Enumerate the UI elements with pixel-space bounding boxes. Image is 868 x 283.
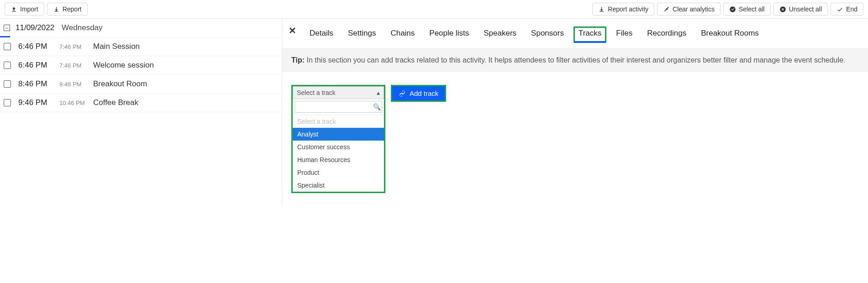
report-button[interactable]: Report (47, 3, 88, 16)
report-activity-label: Report activity (608, 5, 648, 13)
session-checkbox[interactable] (4, 99, 11, 106)
session-checkbox[interactable] (4, 43, 11, 50)
report-activity-button[interactable]: Report activity (592, 3, 654, 16)
toolbar-left: Import Report (5, 3, 88, 16)
add-track-button[interactable]: Add track (392, 86, 445, 100)
x-circle-icon (779, 6, 786, 13)
track-select-head[interactable]: Select a track ▴ (293, 86, 384, 99)
session-end: 7:46 PM (59, 43, 86, 50)
session-row[interactable]: 6:46 PM7:46 PMMain Session (0, 37, 282, 56)
track-option[interactable]: Human Resources (293, 153, 384, 166)
tab-people-lists[interactable]: People lists (429, 29, 469, 40)
tab-breakout-rooms[interactable]: Breakout Rooms (701, 29, 759, 40)
unselect-all-label: Unselect all (789, 5, 822, 13)
top-toolbar: Import Report Report activity Clear anal… (0, 0, 868, 18)
link-icon (399, 90, 406, 97)
schedule-pane: – 11/09/2022 Wednesday 6:46 PM7:46 PMMai… (0, 19, 282, 206)
schedule-date-row: – 11/09/2022 Wednesday (0, 19, 282, 37)
close-icon[interactable]: ✕ (289, 25, 296, 36)
toolbar-right: Report activity Clear analytics Select a… (592, 3, 863, 16)
tab-sponsors[interactable]: Sponsors (531, 29, 564, 40)
tip-bar: Tip: In this section you can add tracks … (282, 48, 868, 72)
session-title: Coffee Break (93, 98, 138, 107)
tab-bar: DetailsSettingsChainsPeople listsSpeaker… (282, 19, 868, 48)
collapse-toggle[interactable]: – (4, 25, 10, 31)
import-button[interactable]: Import (5, 3, 44, 16)
session-start: 9:46 PM (18, 98, 52, 107)
tab-settings[interactable]: Settings (348, 29, 376, 40)
tab-chains[interactable]: Chains (390, 29, 415, 40)
session-row[interactable]: 6:46 PM7:46 PMWelcome session (0, 56, 282, 75)
check-circle-icon (729, 6, 736, 13)
upload-icon (11, 6, 17, 13)
track-area: Select a track ▴ 🔍 Select a track Analys… (282, 72, 868, 206)
end-label: End (846, 5, 857, 13)
session-title: Welcome session (93, 61, 154, 70)
track-search-input[interactable] (295, 101, 382, 113)
tab-files[interactable]: Files (616, 29, 632, 40)
tip-label: Tip: (291, 56, 305, 64)
session-checkbox[interactable] (4, 62, 11, 69)
tab-tracks[interactable]: Tracks (573, 26, 606, 43)
tab-recordings[interactable]: Recordings (647, 29, 686, 40)
track-option[interactable]: Analyst (293, 128, 384, 141)
track-select[interactable]: Select a track ▴ 🔍 Select a track Analys… (291, 85, 385, 193)
tab-speakers[interactable]: Speakers (484, 29, 516, 40)
report-label: Report (63, 5, 82, 13)
tab-details[interactable]: Details (310, 29, 333, 40)
schedule-date: 11/09/2022 (16, 23, 54, 32)
main-split: – 11/09/2022 Wednesday 6:46 PM7:46 PMMai… (0, 18, 868, 206)
track-option-list: AnalystCustomer successHuman ResourcesPr… (293, 128, 384, 192)
check-icon (836, 6, 843, 13)
detail-panel: ✕ DetailsSettingsChainsPeople listsSpeak… (282, 19, 868, 206)
session-checkbox[interactable] (4, 80, 11, 88)
session-start: 6:46 PM (18, 61, 52, 70)
track-option[interactable]: Specialist (293, 179, 384, 192)
session-end: 9:46 PM (59, 81, 86, 88)
select-all-button[interactable]: Select all (723, 3, 771, 16)
track-select-placeholder: Select a track (297, 89, 336, 96)
schedule-weekday: Wednesday (62, 23, 102, 32)
broom-icon (663, 6, 670, 13)
add-track-wrapper: Add track (391, 85, 446, 102)
tip-text: In this section you can add tracks relat… (306, 56, 845, 64)
download-icon (53, 6, 60, 13)
end-button[interactable]: End (831, 3, 863, 16)
session-row[interactable]: 8:46 PM9:46 PMBreakout Room (0, 75, 282, 94)
session-start: 6:46 PM (18, 42, 52, 51)
session-end: 7:46 PM (59, 62, 86, 69)
track-option[interactable]: Customer success (293, 141, 384, 153)
clear-analytics-button[interactable]: Clear analytics (657, 3, 721, 16)
session-list: 6:46 PM7:46 PMMain Session6:46 PM7:46 PM… (0, 37, 282, 112)
session-end: 10:46 PM (59, 100, 86, 106)
select-all-label: Select all (739, 5, 765, 13)
add-track-label: Add track (410, 89, 438, 97)
track-option-placeholder: Select a track (293, 115, 384, 128)
download-icon (598, 6, 605, 13)
track-search-row: 🔍 (293, 99, 384, 115)
session-row[interactable]: 9:46 PM10:46 PMCoffee Break (0, 94, 282, 112)
import-label: Import (20, 5, 38, 13)
session-title: Main Session (93, 42, 140, 51)
session-title: Breakout Room (93, 79, 147, 89)
track-option[interactable]: Product (293, 166, 384, 179)
clear-analytics-label: Clear analytics (673, 5, 715, 13)
session-start: 8:46 PM (18, 79, 52, 89)
unselect-all-button[interactable]: Unselect all (773, 3, 828, 16)
chevron-up-icon: ▴ (377, 89, 380, 96)
